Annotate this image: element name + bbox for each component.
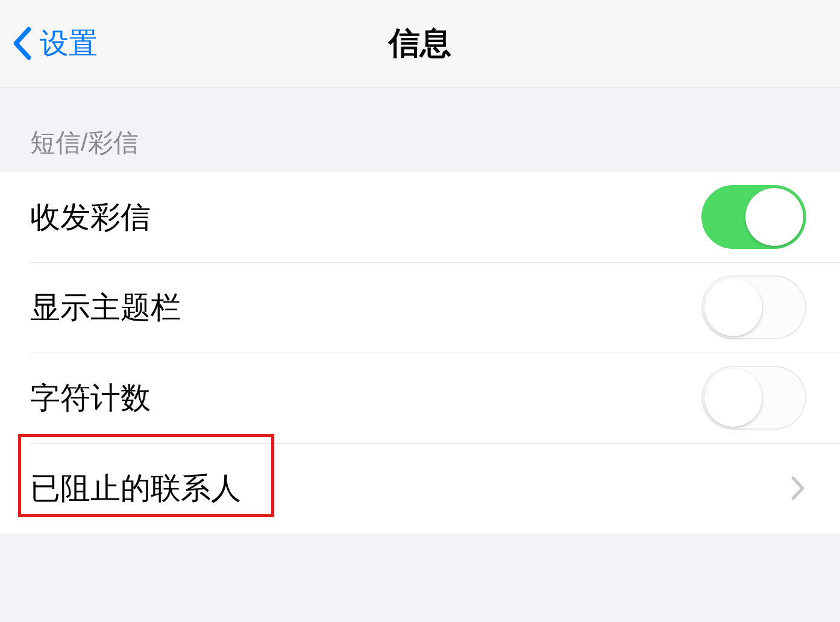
settings-list: 收发彩信 显示主题栏 字符计数 已阻止的联系人 xyxy=(0,172,840,533)
row-show-subject[interactable]: 显示主题栏 xyxy=(0,262,840,353)
char-count-toggle[interactable] xyxy=(701,366,806,430)
nav-bar: 设置 信息 xyxy=(0,0,840,87)
switch-knob xyxy=(704,369,762,427)
switch-knob xyxy=(745,188,803,246)
back-label: 设置 xyxy=(40,24,98,63)
row-mms[interactable]: 收发彩信 xyxy=(0,172,840,262)
page-title: 信息 xyxy=(0,22,840,64)
row-label: 收发彩信 xyxy=(30,197,151,237)
back-button[interactable]: 设置 xyxy=(12,24,98,63)
section-header: 短信/彩信 xyxy=(0,87,840,172)
row-char-count[interactable]: 字符计数 xyxy=(0,353,840,443)
row-label: 字符计数 xyxy=(30,378,151,418)
show-subject-toggle[interactable] xyxy=(701,275,806,339)
mms-toggle[interactable] xyxy=(701,185,806,249)
row-label: 已阻止的联系人 xyxy=(30,468,241,509)
row-blocked-contacts[interactable]: 已阻止的联系人 xyxy=(0,443,840,533)
chevron-right-icon xyxy=(791,476,805,501)
switch-knob xyxy=(704,278,762,336)
chevron-left-icon xyxy=(12,27,31,60)
row-label: 显示主题栏 xyxy=(30,287,181,328)
